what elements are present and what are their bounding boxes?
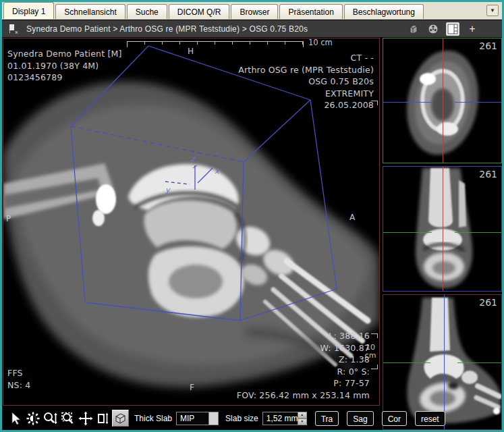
slice-number: 261 [479, 169, 497, 180]
tra-button[interactable]: Tra [315, 411, 339, 426]
orientation-marker-a: A [349, 213, 355, 222]
slice-number: 261 [479, 297, 497, 308]
mpr-axial-view[interactable]: 261 [383, 38, 502, 163]
slab-size-value[interactable]: 1,52 mm [262, 412, 298, 425]
viewer-toolbar: Thick Slab MIP Slab size 1,52 mm ▲ ▼ Tra… [3, 406, 380, 430]
body-part-label: EXTREMITY [238, 88, 374, 100]
orientation-marker-h: H [188, 47, 194, 56]
thick-slab-label: Thick Slab [134, 414, 172, 423]
vertical-ruler-top-mark [371, 101, 378, 105]
crosshair-vertical[interactable] [443, 167, 443, 291]
layout-icon[interactable] [446, 22, 459, 36]
modality-label: CT - - [238, 52, 374, 64]
tab-suche[interactable]: Suche [127, 4, 167, 19]
axis-x-label: x [215, 167, 219, 176]
slab-size-stepper[interactable]: 1,52 mm ▲ ▼ [262, 412, 307, 425]
position-info-overlay: FFS NS: 4 [7, 367, 30, 391]
vertical-ruler-bottom-mark [371, 364, 378, 369]
image-stats-overlay: L: 388.16 W: 1630.87 Z: 1.38 R: 0° S: P:… [237, 330, 370, 401]
window-level-value: L: 388.16 [237, 330, 370, 342]
sag-button[interactable]: Sag [347, 411, 373, 426]
window-level-tool-icon[interactable] [24, 410, 42, 427]
synedra-viewer-window: Display 1 Schnellansicht Suche DICOM Q/R… [0, 0, 504, 432]
cube-3d-tool-icon[interactable] [112, 410, 129, 427]
tab-display-1[interactable]: Display 1 [3, 2, 54, 19]
axis-z-label: z [191, 155, 195, 163]
slab-size-down-button[interactable]: ▼ [298, 418, 307, 425]
study-description: Arthro OSG re (MPR Teststudie) [238, 64, 374, 76]
breadcrumb: Synedra Demo Patient > Arthro OSG re (MP… [26, 24, 308, 34]
crosshair-horizontal[interactable] [455, 232, 501, 233]
study-date: 26.05.2008 [238, 99, 374, 111]
slice-number: 261 [479, 40, 497, 51]
series-description: OSG 0.75 B20s [238, 76, 374, 88]
crosshair-horizontal[interactable] [457, 362, 501, 363]
mpr-3d-view[interactable]: 10 cm Synedra Demo Patient [M] 01.01.197… [3, 38, 380, 406]
pointer-tool-icon[interactable] [7, 410, 24, 427]
zoom-region-tool-icon[interactable] [59, 410, 77, 427]
patient-birthdate: 01.01.1970 (38Y 4M) [7, 60, 122, 72]
mpr-sagittal-view[interactable]: 261 [383, 294, 502, 430]
cor-button[interactable]: Cor [382, 411, 407, 426]
mip-dropdown-button[interactable] [208, 412, 219, 425]
cine-icon[interactable] [426, 22, 440, 36]
vertical-ruler-label: 10 cm [364, 344, 377, 360]
crosshair-horizontal[interactable] [383, 232, 432, 233]
orientation-marker-p: P [6, 214, 11, 223]
study-info-overlay: CT - - Arthro OSG re (MPR Teststudie) OS… [238, 52, 374, 111]
vertical-ruler-mark [371, 333, 378, 338]
orientation-marker-f: F [190, 383, 194, 392]
crosshair-horizontal[interactable] [383, 362, 430, 363]
mip-mode-value: MIP [176, 412, 208, 425]
tab-overflow-button[interactable]: ▼ [486, 5, 499, 16]
tab-dicom-qr[interactable]: DICOM Q/R [169, 4, 230, 19]
slice-scroll-tool-icon[interactable] [94, 410, 112, 427]
zoom-value: Z: 1.38 [237, 354, 370, 366]
axis-y-label: y [165, 186, 170, 194]
patient-id: 0123456789 [7, 72, 122, 84]
crosshair-vertical[interactable] [443, 38, 443, 163]
navigation-bar: × Synedra Demo Patient > Arthro OSG re (… [2, 20, 502, 37]
clear-selection-icon[interactable]: × [7, 24, 18, 34]
display-area: 10 cm Synedra Demo Patient [M] 01.01.197… [2, 37, 502, 430]
crosshair-horizontal[interactable] [455, 102, 501, 103]
volume-icon[interactable] [407, 22, 420, 36]
patient-position: FFS [7, 367, 30, 379]
main-tab-bar: Display 1 Schnellansicht Suche DICOM Q/R… [2, 2, 502, 20]
reset-button[interactable]: reset [415, 411, 445, 426]
slice-position-value: P: 77-57 [237, 377, 370, 389]
tab-browser[interactable]: Browser [231, 4, 278, 19]
fov-value: FOV: 256.42 mm x 253.14 mm [237, 389, 370, 402]
mip-mode-select[interactable]: MIP [176, 412, 219, 425]
slab-count: NS: 4 [7, 379, 30, 392]
crosshair-vertical[interactable] [444, 295, 445, 429]
patient-name: Synedra Demo Patient [M] [7, 48, 122, 60]
add-icon[interactable]: + [466, 22, 479, 36]
ruler-scale-label: 10 cm [308, 38, 333, 47]
mpr-coronal-view[interactable]: 261 [383, 166, 502, 292]
crosshair-horizontal[interactable] [383, 102, 432, 103]
tab-schnellansicht[interactable]: Schnellansicht [55, 4, 125, 19]
patient-info-overlay: Synedra Demo Patient [M] 01.01.1970 (38Y… [7, 48, 122, 84]
slab-size-label: Slab size [225, 414, 258, 423]
slab-size-up-button[interactable]: ▲ [298, 412, 307, 418]
tab-praesentation[interactable]: Präsentation [279, 4, 342, 19]
pan-tool-icon[interactable] [77, 410, 94, 427]
zoom-tool-icon[interactable] [42, 410, 59, 427]
rotation-value: R: 0° S: [237, 366, 370, 378]
window-width-value: W: 1630.87 [237, 342, 370, 354]
horizontal-ruler [127, 41, 304, 47]
tab-beschlagwortung[interactable]: Beschlagwortung [344, 4, 424, 19]
